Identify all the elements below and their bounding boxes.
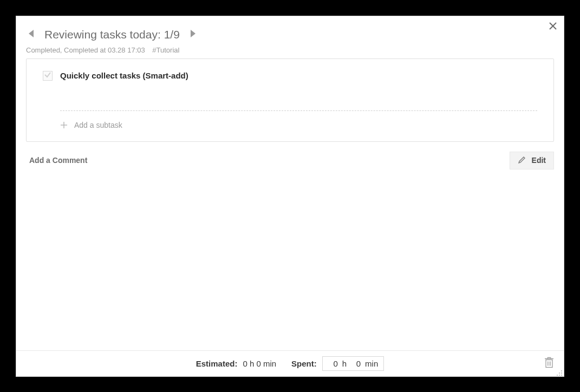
spent-hours-unit: h bbox=[342, 359, 347, 368]
resize-icon bbox=[556, 369, 563, 378]
close-icon bbox=[549, 22, 557, 32]
add-subtask-label: Add a subtask bbox=[74, 121, 122, 129]
actions-row: Add a Comment Edit bbox=[16, 142, 564, 175]
estimated-group: Estimated: 0 h 0 min bbox=[196, 359, 276, 368]
task-card: Quickly collect tasks (Smart-add) Add a … bbox=[26, 58, 554, 142]
task-review-window: Reviewing tasks today: 1/9 Completed, Co… bbox=[16, 16, 564, 376]
trash-icon bbox=[544, 361, 554, 370]
chevron-left-icon bbox=[27, 29, 36, 41]
tag-link[interactable]: #Tutorial bbox=[152, 46, 179, 54]
spent-minutes: 0 bbox=[351, 359, 361, 368]
next-task-button[interactable] bbox=[187, 29, 198, 40]
content-spacer bbox=[16, 175, 564, 350]
spent-hours: 0 bbox=[328, 359, 338, 368]
edit-label: Edit bbox=[532, 156, 546, 165]
task-meta: Completed, Completed at 03.28 17:03 #Tut… bbox=[16, 44, 564, 58]
svg-point-19 bbox=[557, 375, 558, 376]
check-icon bbox=[44, 71, 51, 81]
status-text: Completed, Completed at 03.28 17:03 bbox=[26, 46, 145, 54]
title-index: 1/9 bbox=[164, 28, 180, 41]
resize-grip[interactable] bbox=[556, 369, 563, 375]
spent-group: Spent: 0 h 0 min bbox=[291, 356, 384, 371]
chevron-right-icon bbox=[188, 29, 198, 41]
estimated-value: 0 h 0 min bbox=[243, 359, 276, 368]
svg-point-17 bbox=[561, 375, 562, 376]
svg-point-14 bbox=[561, 370, 562, 371]
add-comment-button[interactable]: Add a Comment bbox=[29, 156, 87, 165]
svg-marker-2 bbox=[29, 30, 34, 37]
divider bbox=[60, 110, 537, 111]
prev-task-button[interactable] bbox=[26, 29, 37, 40]
task-checkbox[interactable] bbox=[43, 71, 53, 81]
close-button[interactable] bbox=[549, 23, 557, 31]
footer: Estimated: 0 h 0 min Spent: 0 h 0 min bbox=[16, 350, 564, 376]
add-subtask-button[interactable]: Add a subtask bbox=[43, 121, 537, 129]
task-title: Quickly collect tasks (Smart-add) bbox=[60, 71, 188, 80]
spent-minutes-unit: min bbox=[365, 359, 378, 368]
estimated-label: Estimated: bbox=[196, 359, 238, 368]
svg-point-16 bbox=[559, 373, 560, 374]
delete-button[interactable] bbox=[544, 357, 554, 370]
pencil-icon bbox=[518, 155, 526, 166]
page-title: Reviewing tasks today: 1/9 bbox=[44, 28, 180, 41]
edit-button[interactable]: Edit bbox=[510, 152, 554, 169]
svg-marker-3 bbox=[191, 30, 195, 37]
spent-label: Spent: bbox=[291, 359, 317, 368]
svg-point-15 bbox=[561, 373, 562, 374]
plus-icon bbox=[60, 121, 68, 129]
header: Reviewing tasks today: 1/9 bbox=[16, 16, 564, 44]
spent-input[interactable]: 0 h 0 min bbox=[322, 356, 385, 371]
title-prefix: Reviewing tasks today: bbox=[44, 28, 161, 41]
svg-point-18 bbox=[559, 375, 560, 376]
task-main-row: Quickly collect tasks (Smart-add) bbox=[43, 71, 537, 81]
